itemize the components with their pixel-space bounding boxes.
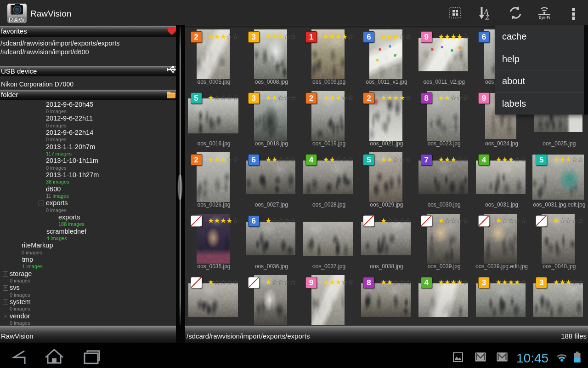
svg-text:RAW: RAW	[9, 16, 26, 23]
svg-text:Eye-Fi: Eye-Fi	[539, 15, 550, 20]
svg-text:Z: Z	[486, 14, 489, 20]
